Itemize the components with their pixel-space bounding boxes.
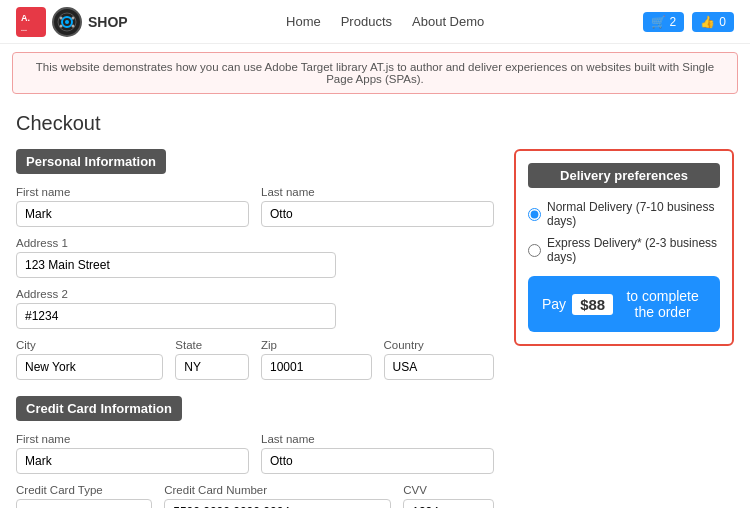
personal-info-header: Personal Information [16,149,166,174]
nav-about-demo[interactable]: About Demo [412,14,484,29]
checkout-container: Checkout Personal Information First name… [0,102,750,508]
address1-row: Address 1 [16,237,494,278]
address2-label: Address 2 [16,288,494,300]
address2-group: Address 2 [16,288,494,329]
right-column: Delivery preferences Normal Delivery (7-… [514,149,734,508]
normal-delivery-radio[interactable] [528,208,541,221]
cc-last-name-group: Last name [261,433,494,474]
svg-point-8 [60,24,63,27]
zip-label: Zip [261,339,372,351]
state-label: State [175,339,249,351]
logo: A. ... SHOP [16,7,128,37]
cc-type-select[interactable]: Visa Mastercard Amex [16,499,152,508]
city-state-zip-country-row: City State Zip Country [16,339,494,380]
like-icon: 👍 [700,15,715,29]
cc-number-label: Credit Card Number [164,484,391,496]
address2-input[interactable] [16,303,336,329]
pay-prefix: Pay [542,296,566,312]
zip-input[interactable] [261,354,372,380]
cc-name-row: First name Last name [16,433,494,474]
nav-products[interactable]: Products [341,14,392,29]
nav-links: Home Products About Demo [286,14,484,29]
first-name-label: First name [16,186,249,198]
cvv-group: CVV [403,484,494,508]
nav-home[interactable]: Home [286,14,321,29]
logo-circle-icon [52,7,82,37]
address1-group: Address 1 [16,237,494,278]
like-badge[interactable]: 👍 0 [692,12,734,32]
info-banner: This website demonstrates how you can us… [12,52,738,94]
svg-point-7 [72,16,75,19]
nav-icons: 🛒 2 👍 0 [643,12,734,32]
delivery-panel: Delivery preferences Normal Delivery (7-… [514,149,734,346]
address1-label: Address 1 [16,237,494,249]
svg-point-9 [72,24,75,27]
credit-card-section: Credit Card Information First name Last … [16,396,494,508]
express-delivery-option[interactable]: Express Delivery* (2-3 business days) [528,236,720,264]
zip-group: Zip [261,339,372,380]
name-row: First name Last name [16,186,494,227]
last-name-label: Last name [261,186,494,198]
banner-text: This website demonstrates how you can us… [36,61,714,85]
personal-info-section: Personal Information First name Last nam… [16,149,494,380]
cc-number-input[interactable] [164,499,391,508]
first-name-group: First name [16,186,249,227]
last-name-group: Last name [261,186,494,227]
cc-type-label: Credit Card Type [16,484,152,496]
svg-point-5 [65,20,69,24]
normal-delivery-option[interactable]: Normal Delivery (7-10 business days) [528,200,720,228]
logo-icon: A. ... [16,7,46,37]
cart-badge[interactable]: 🛒 2 [643,12,685,32]
cc-details-row: Credit Card Type Visa Mastercard Amex Cr… [16,484,494,508]
cc-first-name-input[interactable] [16,448,249,474]
credit-card-header: Credit Card Information [16,396,182,421]
address1-input[interactable] [16,252,336,278]
cvv-input[interactable] [403,499,494,508]
pay-amount: $88 [572,294,613,315]
address2-row: Address 2 [16,288,494,329]
cc-type-group: Credit Card Type Visa Mastercard Amex [16,484,152,508]
cc-last-name-label: Last name [261,433,494,445]
cc-last-name-input[interactable] [261,448,494,474]
svg-text:A.: A. [21,13,30,23]
header: A. ... SHOP Home Products About Demo 🛒 2 [0,0,750,44]
city-label: City [16,339,163,351]
express-delivery-radio[interactable] [528,244,541,257]
city-group: City [16,339,163,380]
cart-icon: 🛒 [651,15,666,29]
normal-delivery-label: Normal Delivery (7-10 business days) [547,200,720,228]
last-name-input[interactable] [261,201,494,227]
delivery-header: Delivery preferences [528,163,720,188]
country-group: Country [384,339,495,380]
first-name-input[interactable] [16,201,249,227]
pay-suffix: to complete the order [619,288,706,320]
cvv-label: CVV [403,484,494,496]
city-input[interactable] [16,354,163,380]
country-input[interactable] [384,354,495,380]
checkout-body: Personal Information First name Last nam… [16,149,734,508]
pay-button[interactable]: Pay $88 to complete the order [528,276,720,332]
express-delivery-label: Express Delivery* (2-3 business days) [547,236,720,264]
cc-first-name-group: First name [16,433,249,474]
svg-text:...: ... [21,25,27,32]
cart-count: 2 [670,15,677,29]
checkout-title: Checkout [16,112,734,135]
state-input[interactable] [175,354,249,380]
cc-first-name-label: First name [16,433,249,445]
left-column: Personal Information First name Last nam… [16,149,494,508]
logo-text: SHOP [88,14,128,30]
like-count: 0 [719,15,726,29]
cc-number-group: Credit Card Number [164,484,391,508]
country-label: Country [384,339,495,351]
svg-point-6 [60,16,63,19]
state-group: State [175,339,249,380]
